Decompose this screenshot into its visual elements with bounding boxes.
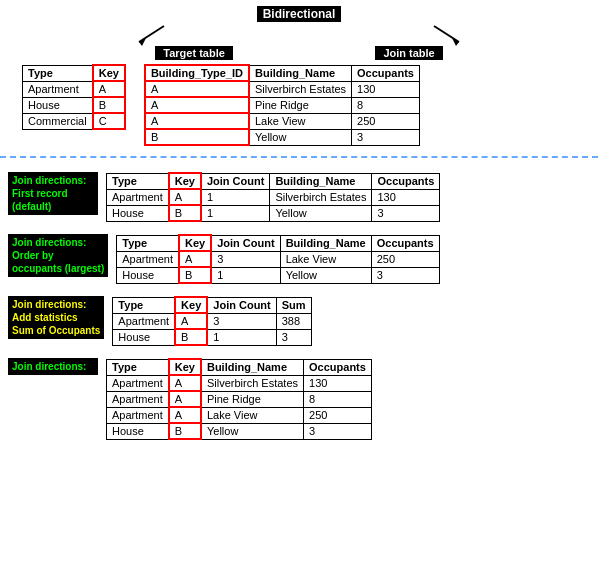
col-bname-header: Building_Name — [249, 65, 352, 81]
join-examples-section: Join directions: First record (default) … — [0, 168, 598, 444]
target-table-label: Target table — [155, 46, 233, 60]
left-table: Type Key Apartment A House B Commercial … — [22, 64, 126, 130]
join-label-text2: First record — [12, 188, 68, 199]
right-table: Building_Type_ID Building_Name Occupants… — [144, 64, 420, 146]
join-example-1: Join directions: First record (default) … — [4, 168, 594, 226]
match-label: Bidirectional — [257, 6, 342, 22]
col-occ-header: Occupants — [352, 65, 420, 81]
svg-line-2 — [434, 26, 459, 42]
bname-cell: Yellow — [249, 129, 352, 145]
key-cell: C — [93, 113, 125, 129]
bname-cell: Pine Ridge — [249, 97, 352, 113]
join-label-text: Join directions: — [12, 361, 86, 372]
table-row: Apartment A 3 388 — [113, 313, 311, 329]
section-divider — [0, 156, 598, 158]
right-arrow-icon — [404, 24, 464, 46]
join-label-text3: (default) — [12, 201, 51, 212]
table-row: A Pine Ridge 8 — [145, 97, 420, 113]
col-type-header: Type — [23, 65, 93, 81]
type-cell: Apartment — [23, 81, 93, 97]
join-label-text2: Add statistics — [12, 312, 78, 323]
bname-cell: Lake View — [249, 113, 352, 129]
table-row: A Silverbirch Estates 130 — [145, 81, 420, 97]
key-cell: A — [93, 81, 125, 97]
table-row: House B 1 3 — [113, 329, 311, 345]
occ-cell: 3 — [352, 129, 420, 145]
table-row: Apartment A Pine Ridge 8 — [107, 391, 372, 407]
bid-cell: A — [145, 97, 249, 113]
join-example-2: Join directions: Order by occupants (lar… — [4, 230, 594, 288]
svg-line-0 — [139, 26, 164, 42]
join-example-4: Join directions: Type Key Building_Name … — [4, 354, 594, 444]
join-result-table-4: Type Key Building_Name Occupants Apartme… — [106, 358, 372, 440]
bname-cell: Silverbirch Estates — [249, 81, 352, 97]
table-row: Apartment A — [23, 81, 125, 97]
table-row: Apartment A Silverbirch Estates 130 — [107, 375, 372, 391]
bid-cell: B — [145, 129, 249, 145]
col-bid-header: Building_Type_ID — [145, 65, 249, 81]
join-table-label: Join table — [375, 46, 442, 60]
occ-cell: 250 — [352, 113, 420, 129]
table-row: Commercial C — [23, 113, 125, 129]
occ-cell: 8 — [352, 97, 420, 113]
table-row: Apartment A 3 Lake View 250 — [117, 251, 439, 267]
join-label-text: Join directions: — [12, 299, 86, 310]
top-diagram-area: Bidirectional Target table Join table Ty… — [0, 0, 598, 146]
join-result-table-1: Type Key Join Count Building_Name Occupa… — [106, 172, 440, 222]
join-example-3: Join directions: Add statistics Sum of O… — [4, 292, 594, 350]
table-row: Apartment A Lake View 250 — [107, 407, 372, 423]
table-row: Apartment A 1 Silverbirch Estates 130 — [107, 189, 440, 205]
join-label-text: Join directions: — [12, 237, 86, 248]
table-row: B Yellow 3 — [145, 129, 420, 145]
join-label-text3: occupants (largest) — [12, 263, 104, 274]
join-result-table-2: Type Key Join Count Building_Name Occupa… — [116, 234, 439, 284]
table-row: House B 1 Yellow 3 — [107, 205, 440, 221]
left-arrow-icon — [134, 24, 194, 46]
join-label-3: Join directions: Add statistics Sum of O… — [8, 296, 104, 339]
join-label-text3: Sum of Occupants — [12, 325, 100, 336]
key-cell: B — [93, 97, 125, 113]
join-result-table-3: Type Key Join Count Sum Apartment A 3 38… — [112, 296, 311, 346]
col-key-header: Key — [93, 65, 125, 81]
table-row: House B Yellow 3 — [107, 423, 372, 439]
join-label-4: Join directions: — [8, 358, 98, 375]
join-label-text: Join directions: — [12, 175, 86, 186]
type-cell: House — [23, 97, 93, 113]
join-label-2: Join directions: Order by occupants (lar… — [8, 234, 108, 277]
table-row: House B — [23, 97, 125, 113]
join-label-1: Join directions: First record (default) — [8, 172, 98, 215]
type-cell: Commercial — [23, 113, 93, 129]
occ-cell: 130 — [352, 81, 420, 97]
table-row: House B 1 Yellow 3 — [117, 267, 439, 283]
table-row: A Lake View 250 — [145, 113, 420, 129]
bid-cell: A — [145, 81, 249, 97]
join-label-text2: Order by — [12, 250, 54, 261]
bid-cell: A — [145, 113, 249, 129]
